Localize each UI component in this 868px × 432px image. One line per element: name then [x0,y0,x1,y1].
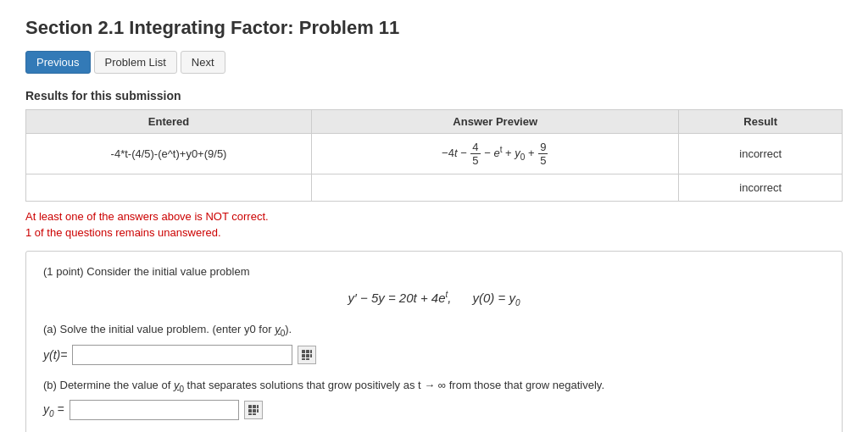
main-equation: y′ − 5y = 20t + 4et, y(0) = y0 [43,290,825,307]
result-cell: incorrect [679,134,843,174]
warning-line1: At least one of the answers above is NOT… [25,210,843,223]
answer-preview-2 [312,174,679,202]
svg-rect-2 [310,350,312,353]
previous-button[interactable]: Previous [25,51,91,74]
results-heading: Results for this submission [25,89,843,102]
col-header-preview: Answer Preview [312,110,679,134]
table-row-2: incorrect [26,174,843,202]
warning-line2: 1 of the questions remains unanswered. [25,226,843,239]
svg-rect-15 [253,413,256,415]
svg-rect-0 [302,350,305,353]
part-a-input-row: y(t)= [43,345,825,365]
col-header-entered: Entered [26,110,312,134]
page-title: Section 2.1 Integrating Factor: Problem … [25,17,843,39]
svg-rect-5 [310,354,312,357]
result-cell-2: incorrect [679,174,843,202]
part-a-input[interactable] [72,345,292,365]
entered-value-2 [26,174,312,202]
svg-rect-13 [257,409,259,413]
svg-rect-10 [257,405,259,408]
problem-list-button[interactable]: Problem List [94,51,177,74]
svg-rect-7 [306,358,309,360]
part-b-input-row: y0 = [43,400,825,420]
svg-rect-8 [248,405,252,408]
svg-rect-4 [306,354,309,357]
svg-rect-1 [306,350,309,353]
svg-rect-14 [248,413,252,415]
svg-rect-9 [253,405,256,408]
part-b-prefix: y0 = [43,402,64,418]
table-row: -4*t-(4/5)-(e^t)+y0+(9/5) −4t − 4 5 − et… [26,134,843,174]
svg-rect-6 [302,358,305,360]
submission-table: Entered Answer Preview Result -4*t-(4/5)… [25,109,843,202]
entered-value: -4*t-(4/5)-(e^t)+y0+(9/5) [26,134,312,174]
answer-preview: −4t − 4 5 − et + y0 + 9 5 [312,134,679,174]
grid-icon-a[interactable] [298,346,316,364]
grid-icon-b[interactable] [244,401,263,419]
next-button[interactable]: Next [181,51,225,74]
problem-intro: (1 point) Consider the initial value pro… [43,265,825,278]
col-header-result: Result [679,110,843,134]
problem-box: (1 point) Consider the initial value pro… [25,251,843,432]
part-b-label: (b) Determine the value of y0 that separ… [43,379,825,394]
part-a-prefix: y(t)= [43,348,67,362]
button-group: Previous Problem List Next [25,51,843,74]
part-b-input[interactable] [70,400,239,420]
svg-rect-11 [248,409,252,413]
math-expression: −4t − 4 5 − et + y0 + 9 5 [442,147,548,159]
svg-rect-3 [302,354,305,357]
part-a-label: (a) Solve the initial value problem. (en… [43,323,825,338]
svg-rect-12 [253,409,256,413]
